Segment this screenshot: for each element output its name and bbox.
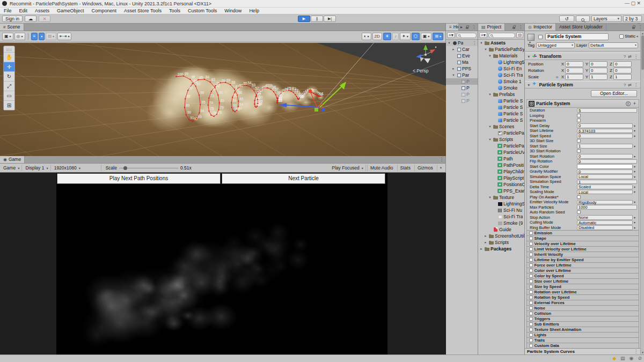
module-row[interactable]: Emission	[527, 230, 639, 235]
project-row[interactable]: ParticleUV	[478, 149, 524, 156]
module-row[interactable]: Rotation by Speed	[527, 294, 639, 300]
scene-viewport[interactable]: 1234567891011121314151617181920212223242…	[0, 43, 446, 156]
expand-arrow-icon[interactable]	[451, 73, 456, 77]
module-row[interactable]: Shape	[527, 235, 639, 241]
property-checkbox[interactable]	[577, 195, 581, 199]
module-checkbox[interactable]	[529, 231, 533, 235]
game-panel-menu-icon[interactable]: ⋮	[438, 156, 445, 163]
undo-history-button[interactable]: ↺	[559, 16, 574, 22]
hidden-objects-toggle[interactable]: ⬡	[412, 33, 420, 40]
hierarchy-row[interactable]: Car	[446, 46, 478, 53]
foldout-icon[interactable]: ▼	[527, 55, 530, 58]
gizmos-dropdown[interactable]: Gizmos	[414, 165, 436, 171]
gameobject-name-field[interactable]: Particle System	[545, 33, 609, 40]
module-row[interactable]: Lights	[527, 332, 639, 337]
module-checkbox[interactable]	[529, 344, 533, 348]
curve-dropdown-icon[interactable]: ▾	[634, 200, 637, 204]
project-row[interactable]: PlayChildr	[478, 168, 524, 175]
menu-item[interactable]: Custom Tools	[184, 8, 221, 14]
project-row[interactable]: Sci-Fi Nu	[478, 207, 524, 213]
module-row[interactable]: Size by Speed	[527, 284, 639, 289]
property-field[interactable]	[577, 164, 633, 169]
project-row[interactable]: Guide	[478, 226, 524, 233]
module-checkbox[interactable]	[529, 258, 533, 262]
menu-item[interactable]: Edit	[16, 8, 32, 14]
property-field[interactable]: Scaled	[577, 184, 633, 189]
pause-button[interactable]: ∥	[311, 16, 323, 22]
inspector-lock-icon[interactable]	[631, 24, 636, 31]
project-lock-icon[interactable]	[511, 24, 517, 31]
hierarchy-lock-icon[interactable]	[464, 24, 470, 31]
x-field[interactable]: 0	[565, 61, 583, 67]
module-checkbox[interactable]	[529, 253, 533, 256]
game-viewport[interactable]: Play Next Path PositionsNext Particle	[56, 173, 387, 354]
module-checkbox[interactable]	[529, 290, 533, 294]
module-checkbox[interactable]	[529, 295, 533, 299]
project-menu-icon[interactable]: ⋮	[517, 24, 524, 31]
snap-button[interactable]: ⇤⇥▾	[57, 33, 71, 40]
menu-item[interactable]: Window	[221, 8, 245, 14]
module-checkbox[interactable]	[529, 285, 533, 289]
project-row[interactable]: Prefabs	[478, 91, 524, 98]
tab-asset-store-uploader[interactable]: Asset Store Uploader	[556, 24, 606, 31]
shading-mode-button[interactable]: ◐▾	[362, 33, 371, 40]
hierarchy-row[interactable]: Ma	[446, 59, 478, 65]
inspector-scrollbar[interactable]: ▲ ▼	[640, 31, 644, 354]
project-row[interactable]: Particle S	[478, 110, 524, 117]
project-row[interactable]: Sci-Fi En	[478, 65, 524, 72]
module-row[interactable]: Sub Emitters	[527, 321, 639, 327]
project-row[interactable]: PPS_Exam	[478, 188, 524, 194]
layout-dropdown[interactable]: 2 by 3	[623, 16, 642, 22]
activity-icon[interactable]: ◉	[630, 356, 634, 361]
hierarchy-row[interactable]: P	[446, 85, 478, 91]
project-row[interactable]: Particle S	[478, 98, 524, 104]
hierarchy-menu-icon[interactable]: ⋮	[470, 24, 478, 31]
expand-arrow-icon[interactable]	[479, 41, 484, 45]
project-row[interactable]: PlayScript	[478, 175, 524, 181]
curve-dropdown-icon[interactable]: ▾	[634, 185, 637, 189]
refresh-icon[interactable]: ⊘	[638, 356, 642, 361]
expand-arrow-icon[interactable]	[484, 234, 488, 238]
property-field[interactable]: Disabled	[577, 225, 633, 230]
project-row[interactable]: Smoke (9	[478, 220, 524, 226]
collab-disabled-button[interactable]: ✕	[39, 16, 50, 22]
module-checkbox[interactable]	[529, 263, 533, 267]
window-controls[interactable]: — ▢ ✕	[625, 1, 641, 6]
expand-arrow-icon[interactable]	[488, 124, 492, 129]
module-checkbox[interactable]	[529, 317, 533, 321]
property-field[interactable]: 0	[577, 154, 633, 159]
expand-arrow-icon[interactable]	[451, 67, 456, 71]
scroll-down-icon[interactable]: ▼	[641, 351, 644, 354]
hierarchy-create-button[interactable]: +▾	[447, 32, 455, 38]
expand-arrow-icon[interactable]	[484, 47, 488, 51]
module-row[interactable]: Color over Lifetime	[527, 268, 639, 273]
property-field[interactable]: Rigidbody	[577, 200, 633, 205]
project-row[interactable]: ParticlePa	[478, 130, 524, 136]
module-checkbox[interactable]	[529, 301, 533, 305]
module-row[interactable]: Lifetime by Emitter Speed	[527, 257, 639, 262]
hierarchy-row[interactable]: Par	[446, 72, 478, 78]
mute-audio-button[interactable]: Mute Audio	[367, 165, 396, 171]
project-row[interactable]: LightningS	[478, 201, 524, 207]
curve-dropdown-icon[interactable]: ▾	[634, 220, 637, 224]
y-field[interactable]: 0	[589, 61, 608, 67]
sign-in-button[interactable]: Sign in	[2, 16, 23, 22]
module-checkbox[interactable]	[529, 306, 533, 310]
camera-settings-button[interactable]: ◎▾	[14, 33, 25, 40]
module-checkbox[interactable]	[529, 312, 533, 315]
module-row[interactable]: Trails	[527, 337, 639, 343]
z-field[interactable]: 1	[613, 74, 632, 80]
property-field[interactable]: 1000	[577, 205, 637, 210]
module-checkbox[interactable]	[529, 274, 533, 278]
scene-visibility-dropdown[interactable]: ▾	[39, 33, 45, 40]
link-scale-icon[interactable]: ∞	[555, 75, 559, 79]
property-checkbox[interactable]	[577, 119, 581, 122]
property-field[interactable]: Local	[577, 190, 633, 195]
expand-arrow-icon[interactable]	[479, 247, 484, 251]
property-checkbox[interactable]	[577, 210, 581, 214]
property-checkbox[interactable]	[577, 114, 581, 117]
game-resolution-dropdown[interactable]: 1920x1080	[52, 165, 101, 171]
2d-toggle[interactable]: 2D	[372, 33, 382, 40]
tab-overflow-icon[interactable]: ▸	[459, 24, 464, 31]
module-row[interactable]: Color by Speed	[527, 273, 639, 278]
